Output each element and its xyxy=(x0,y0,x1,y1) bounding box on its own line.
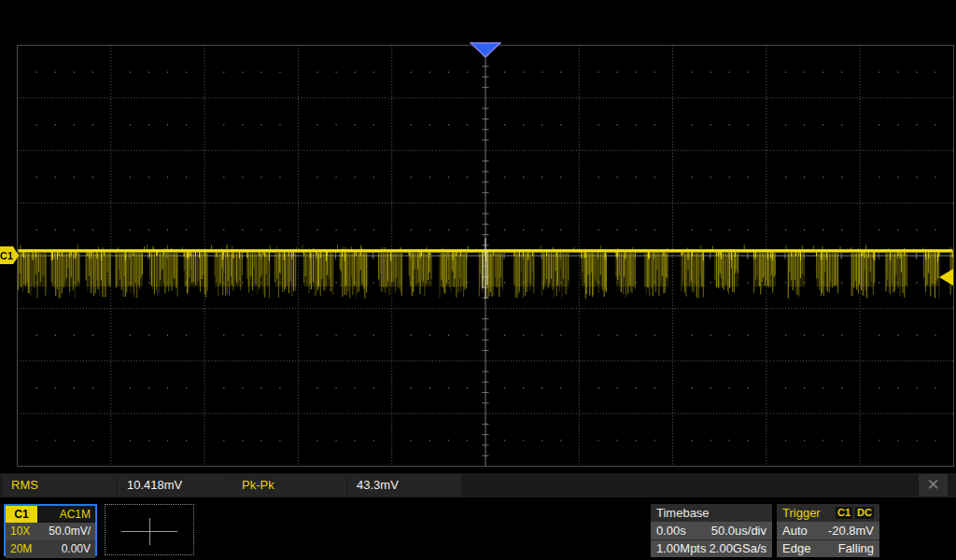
channel-scale-row: 10X 50.0mV/ xyxy=(6,523,95,540)
trigger-slope: Falling xyxy=(838,540,874,557)
measurement-value-pkpk: 43.3mV xyxy=(347,474,461,497)
add-channel-placeholder[interactable] xyxy=(105,504,194,555)
trigger-type: Edge xyxy=(782,540,810,557)
trigger-title: Trigger xyxy=(782,504,821,522)
timebase-sample-rate: 2.00GSa/s xyxy=(710,540,766,557)
vertical-offset: 0.00V xyxy=(62,540,91,558)
trigger-row-2: Edge Falling xyxy=(777,539,879,557)
trigger-level-marker[interactable] xyxy=(939,269,954,287)
trigger-header: Trigger C1 DC xyxy=(777,504,879,522)
channel-offset-marker-c1[interactable]: C1 xyxy=(0,246,20,265)
timebase-panel[interactable]: Timebase 0.00s 50.0us/div 1.00Mpts 2.00G… xyxy=(651,504,772,557)
add-channel-icon xyxy=(149,518,150,545)
channel-offset-row: 20M 0.00V xyxy=(6,540,95,558)
trigger-mode: Auto xyxy=(782,522,808,539)
trigger-position-triangle-icon xyxy=(471,43,500,57)
timebase-delay: 0.00s xyxy=(656,522,686,539)
timebase-header: Timebase xyxy=(651,504,772,522)
channel-panel-c1[interactable]: C1 AC1M 10X 50.0mV/ 20M 0.00V xyxy=(4,504,97,556)
channel-marker-label: C1 xyxy=(0,250,13,261)
measurement-value-rms: 10.418mV xyxy=(118,474,232,497)
channel-badge: C1 xyxy=(6,506,37,523)
vertical-scale: 50.0mV/ xyxy=(49,523,91,540)
bandwidth-limit: 20M xyxy=(10,540,32,558)
measurements-close-button[interactable]: ✕ xyxy=(919,474,948,497)
measurement-bar: RMS 10.418mV Pk-Pk 43.3mV ✕ xyxy=(0,473,956,497)
probe-attenuation: 10X xyxy=(10,523,30,540)
channel-header-row: C1 AC1M xyxy=(6,506,95,523)
trigger-coupling-badge: DC xyxy=(855,507,874,519)
trigger-level: -20.8mV xyxy=(828,522,874,539)
measurement-label-rms[interactable]: RMS xyxy=(2,474,117,497)
timebase-row-1: 0.00s 50.0us/div xyxy=(651,522,772,539)
trigger-panel[interactable]: Trigger C1 DC Auto -20.8mV Edge Falling xyxy=(777,504,879,557)
trigger-row-1: Auto -20.8mV xyxy=(777,522,879,539)
timebase-memory: 1.00Mpts xyxy=(656,540,706,557)
channel-coupling: AC1M xyxy=(37,506,95,523)
trigger-position-marker[interactable] xyxy=(470,42,501,59)
measurement-label-pkpk[interactable]: Pk-Pk xyxy=(232,474,346,497)
timebase-scale: 50.0us/div xyxy=(711,522,766,539)
trigger-source-badge: C1 xyxy=(836,507,852,519)
timebase-row-2: 1.00Mpts 2.00GSa/s xyxy=(651,539,772,557)
close-icon: ✕ xyxy=(926,476,939,494)
timebase-title: Timebase xyxy=(656,504,710,522)
trigger-level-triangle-icon xyxy=(939,269,953,286)
oscilloscope-screen: C1 RMS 10.418mV Pk-Pk 43.3mV ✕ C1 AC1M 1… xyxy=(0,0,956,560)
